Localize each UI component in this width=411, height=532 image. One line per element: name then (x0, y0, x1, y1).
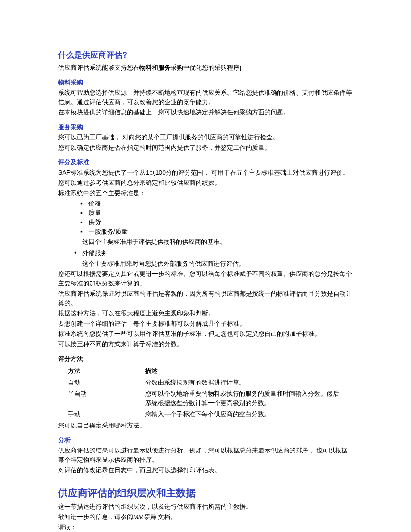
cell-method: 手动 (68, 409, 145, 420)
cell-description: 分数由系统按现有的数据进行计算。 (145, 377, 345, 389)
section2-p2: 欲知进一步的信息，请参阅MM采购 文档。 (58, 512, 353, 522)
cell-description: 您可以个别地给重要的物料或执行的服务的质量和时间输入分数。然后系统根据这些分数计… (145, 388, 345, 409)
analysis-p2: 对评估的修改记录在日志中，而且您可以选择打印评估表。 (58, 465, 353, 475)
table-row: 半自动 您可以个别地给重要的物料或执行的服务的质量和时间输入分数。然后系统根据这… (68, 388, 345, 409)
method-after: 您可以自己确定采用哪种方法。 (58, 421, 353, 430)
subheading-scoring-method: 评分方法 (58, 354, 353, 364)
criteria-note-a: 这四个主要标准用于评估提供物料的供应商的基准。 (82, 237, 353, 247)
material-p1: 系统可帮助您选择供应源，并持续不断地检查现有的供应关系。它给您提供准确的价格、支… (58, 88, 353, 107)
criteria-p4: 您还可以根据需要定义其它或更进一步的标准。您可以给每个标准赋予不同的权重。供应商… (58, 269, 353, 288)
cell-description: 您输入一个子标准下每个供应商的空白分数。 (145, 409, 345, 420)
criteria-list-a: 价格 质量 供货 一般服务/质量 (58, 199, 353, 236)
table-row: 自动 分数由系统按现有的数据进行计算。 (68, 377, 345, 389)
subheading-service-procurement: 服务采购 (58, 122, 353, 132)
list-item: 质量 (80, 208, 353, 218)
criteria-p1: SAP标准系统为您提供了一个从1到100分的评分范围， 可用于在五个主要标准基础… (58, 168, 353, 177)
heading-what-is-vendor-evaluation: 什么是供应商评估? (58, 49, 353, 61)
intro-paragraph: 供应商评估系统能够支持您在物料和服务采购中优化您的采购程序¡ (58, 63, 353, 72)
criteria-p7: 要想创建一个详细的评估，每个主要标准都可以分解成几个子标准。 (58, 319, 353, 328)
document-page: 什么是供应商评估? 供应商评估系统能够支持您在物料和服务采购中优化您的采购程序¡… (0, 0, 411, 532)
subheading-analysis: 分析 (58, 436, 353, 445)
subheading-scoring-criteria: 评分及标准 (58, 158, 353, 167)
subheading-material-procurement: 物料采购 (58, 78, 353, 87)
service-p1: 您可以已为工厂基础， 对向您的某个工厂提供服务的供应商的可靠性进行检查。 (58, 133, 353, 142)
criteria-p5: 供应商评估系统保证对供应商的评估是客观的，因为所有的供应商都是按统一的标准评估而… (58, 289, 353, 308)
list-item: 价格 (80, 199, 353, 208)
list-item: 一般服务/质量 (80, 227, 353, 236)
section2-p1: 这一节描述进行评估的组织层次，以及进行供应商评估所需的主数据。 (58, 502, 353, 511)
list-item: 外部服务 (74, 247, 353, 258)
cell-method: 自动 (68, 377, 145, 389)
section2-p3: 请读： (58, 523, 353, 532)
heading-org-levels-master-data: 供应商评估的组织层次和主数据 (58, 486, 353, 500)
scoring-method-table: 方法 描述 自动 分数由系统按现有的数据进行计算。 半自动 您可以个别地给重要的… (68, 365, 345, 420)
table-header-method: 方法 (68, 365, 145, 377)
table-row: 手动 您输入一个子标准下每个供应商的空白分数。 (68, 409, 345, 420)
criteria-p6: 根据这种方法，可以在很大程度上避免主观印象和判断。 (58, 309, 353, 318)
service-p2: 您可以确定供应商是否在指定的时间范围内提供了服务，并鉴定工作的质量。 (58, 143, 353, 152)
criteria-p2: 您可以通过参考供应商的总分来确定和比较供应商的绩效。 (58, 178, 353, 188)
criteria-list-b: 外部服务 (58, 247, 353, 258)
criteria-note-b: 这个主要标准用来对向您提供外部服务的供应商进行评估。 (82, 259, 353, 268)
table-header-description: 描述 (145, 365, 345, 377)
analysis-p1: 供应商评估的结果可以进行显示以便进行分析。例如，您可以根据总分来显示供应商的排序… (58, 446, 353, 465)
material-p2: 在本模块提供的详细信息的基础上，您可以快速地决定并解决任何采购方面的问题。 (58, 108, 353, 117)
criteria-p9: 可以按三种不同的方式来计算子标准的分数。 (58, 339, 353, 349)
list-item: 供货 (80, 218, 353, 227)
cell-method: 半自动 (68, 388, 145, 409)
criteria-p8: 标准系统向您提供了一些可以用作评估基准的子标准，但是您也可以定义您自己的附加子标… (58, 329, 353, 339)
criteria-p3: 标准系统中的五个主要标准是： (58, 189, 353, 198)
